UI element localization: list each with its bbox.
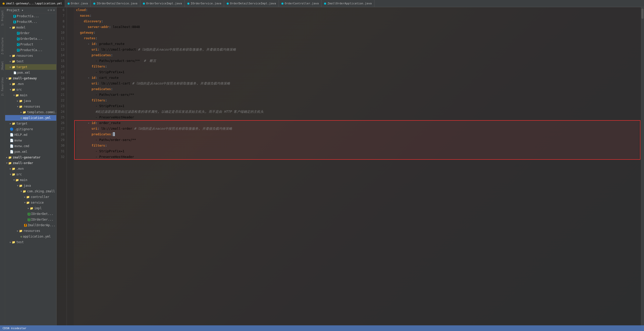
settings-icon[interactable]: ⚙ xyxy=(53,8,55,12)
arrow-icon: ▼ xyxy=(13,94,15,97)
sidebar-item-zmall-gateway[interactable]: ▼ 📁 zmall-gateway xyxy=(5,75,56,81)
code-line-32: - PreserveHostHeader xyxy=(76,154,639,160)
sidebar-item-comzking[interactable]: ▼ 📁 com.zking.zmall xyxy=(5,188,56,194)
main-layout: 1: Project Z-Structure JRebel 2: Favorit… xyxy=(0,7,644,325)
status-bar: CDSN ©codestar xyxy=(0,325,644,331)
sidebar-item-test2[interactable]: ▶ 📁 test xyxy=(5,239,56,245)
code-line-28: predicates:| xyxy=(76,131,639,137)
sidebar-item-productca1[interactable]: C ProductCa... xyxy=(5,13,56,19)
sidebar: Project ▾ ⊙ ≡ ⚙ C ProductCa... C Product… xyxy=(5,7,57,325)
tab-dot-yml xyxy=(3,3,5,5)
folder-icon: 📁 xyxy=(12,167,15,171)
sidebar-item-product[interactable]: C Product xyxy=(5,42,56,47)
tab-label-yml: zmall-gateway\...\application.yml xyxy=(6,2,62,5)
class-icon: C xyxy=(13,15,16,18)
sidebar-item-test1[interactable]: ▶ 📁 test xyxy=(5,59,56,64)
class-icon: C xyxy=(17,49,20,52)
tab-iorderservice[interactable]: IOrderService.java xyxy=(185,0,224,7)
sidebar-item-resources1[interactable]: ▶ 📁 resources xyxy=(5,53,56,59)
sidebar-item-resources2[interactable]: ▼ 📁 resources xyxy=(5,104,56,109)
tab-orderserviceimpl[interactable]: OrderServiceImpl.java xyxy=(140,0,185,7)
folder-icon: 📁 xyxy=(23,111,26,114)
interface-icon: I xyxy=(28,213,30,215)
sidebar-item-target2[interactable]: ▶ 📁 target xyxy=(5,121,56,126)
sidebar-item-gitignore[interactable]: 🔵 .gitignore xyxy=(5,126,56,132)
tab-yml[interactable]: zmall-gateway\...\application.yml xyxy=(0,0,65,7)
sidebar-item-main[interactable]: ▼ 📁 main xyxy=(5,92,56,98)
sidebar-item-zmallorderapp[interactable]: Z ZmallOrderAp... xyxy=(5,222,56,228)
status-text: CDSN ©codestar xyxy=(3,327,26,330)
folder-icon: 📁 xyxy=(26,195,30,199)
sidebar-item-src2[interactable]: ▼ 📁 src xyxy=(5,172,56,177)
favorites-icon[interactable]: 2: Favorites xyxy=(1,77,4,96)
editor-area: 6789101112131415161718192021222324252627… xyxy=(57,7,644,325)
sync-icon[interactable]: ⊙ xyxy=(48,8,49,12)
structure-icon[interactable]: Z-Structure xyxy=(1,37,4,54)
sidebar-item-main2[interactable]: ▼ 📁 main xyxy=(5,177,56,183)
jrebel-icon[interactable]: JRebel xyxy=(1,61,4,70)
code-line-22: filters: xyxy=(76,98,639,103)
tab-label-order: Order.java xyxy=(71,2,88,5)
sidebar-item-zmall-order[interactable]: ▼ 📁 zmall-order xyxy=(5,160,56,166)
folder-icon: 📁 xyxy=(26,201,30,204)
arrow-icon: ▶ xyxy=(17,230,18,232)
sidebar-item-model[interactable]: ▶ 📁 model xyxy=(5,25,56,30)
sidebar-item-application-yml[interactable]: ⚙ application.yml xyxy=(5,115,56,121)
folder-icon: 📁 xyxy=(12,54,15,58)
sidebar-item-helpmd[interactable]: 📄 HELP.md xyxy=(5,132,56,138)
folder-icon: 📁 xyxy=(12,60,15,63)
sidebar-item-impl[interactable]: ▶ 📁 impl xyxy=(5,205,56,211)
tab-order[interactable]: Order.java xyxy=(65,0,91,7)
code-line-16: filters: xyxy=(76,64,639,69)
arrow-icon: ▼ xyxy=(17,184,18,187)
tab-orderdetailserviceimpl[interactable]: OrderDetailServiceImpl.java xyxy=(224,0,279,7)
sidebar-item-templates[interactable]: ▶ 📁 templates.commi... xyxy=(5,109,56,115)
arrow-icon: ▶ xyxy=(24,196,25,198)
file-icon: 📄 xyxy=(10,133,14,137)
sidebar-item-target1[interactable]: ▶ 📁 target xyxy=(5,64,56,70)
tab-iorderdetail[interactable]: IOrderDetailService.java xyxy=(91,0,140,7)
folder-icon: 📁 xyxy=(12,122,15,125)
code-editor[interactable]: cloud: nacos: discovery: server-addr: lo… xyxy=(74,7,641,325)
sidebar-item-pom2[interactable]: 📄 pom.xml xyxy=(5,149,56,155)
sidebar-item-src[interactable]: ▼ 📁 src xyxy=(5,87,56,92)
project-icon[interactable]: 1: Project xyxy=(1,10,4,26)
collapse-icon[interactable]: ≡ xyxy=(50,8,52,12)
code-line-13: uri: lb://zmall-product # lb指的是从nacos中按照… xyxy=(76,47,639,52)
sidebar-item-java2[interactable]: ▼ 📁 java xyxy=(5,183,56,188)
arrow-icon: ▼ xyxy=(21,190,22,193)
sidebar-item-iorderdet[interactable]: I IOrderDet... xyxy=(5,211,56,217)
arrow-icon: ▶ xyxy=(10,54,11,57)
arrow-icon: ▼ xyxy=(13,179,15,181)
sidebar-item-orderdetail[interactable]: C OrderDeta... xyxy=(5,36,56,42)
sidebar-item-resources3[interactable]: ▶ 📁 resources xyxy=(5,228,56,234)
sidebar-item-mvnw[interactable]: 📄 mvnw xyxy=(5,138,56,143)
sidebar-item-zmall-generator[interactable]: ▶ 📁 zmall-generator xyxy=(5,155,56,160)
sidebar-item-mvnwcmd[interactable]: 📄 mvnw.cmd xyxy=(5,143,56,149)
folder-icon: 📁 xyxy=(12,65,15,69)
file-icon: 📄 xyxy=(10,150,14,154)
arrow-icon: ▼ xyxy=(6,162,7,164)
arrow-icon: ▼ xyxy=(24,201,25,204)
sidebar-item-controller[interactable]: ▶ 📁 controller xyxy=(5,194,56,200)
tab-ordercontroller[interactable]: OrderController.java xyxy=(279,0,321,7)
sidebar-item-mvn2[interactable]: ▶ 📁 .mvn xyxy=(5,166,56,172)
arrow-icon: ▶ xyxy=(10,26,11,29)
interface-icon: I xyxy=(28,218,30,221)
sidebar-item-java[interactable]: ▶ 📁 java xyxy=(5,98,56,104)
sidebar-item-order-class[interactable]: C Order xyxy=(5,30,56,36)
folder-icon: 📁 xyxy=(12,88,15,91)
tab-zmallorderapp[interactable]: ZmallOrderApplication.java xyxy=(321,0,374,7)
code-line-21: - Path=/cart-serv/** xyxy=(76,92,639,98)
sidebar-item-service[interactable]: ▼ 📁 service xyxy=(5,200,56,205)
tab-dot-zmallorderapp xyxy=(324,3,326,5)
sidebar-item-pom1[interactable]: 📄 pom.xml xyxy=(5,70,56,75)
class-icon: C xyxy=(17,32,20,35)
sidebar-item-mvn[interactable]: ▶ 📁 .mvn xyxy=(5,81,56,87)
code-line-11: routes: xyxy=(76,35,639,41)
sidebar-item-productm[interactable]: C ProductM... xyxy=(5,19,56,25)
project-header: Project ▾ ⊙ ≡ ⚙ xyxy=(5,7,56,13)
sidebar-item-productca2[interactable]: C ProductCa... xyxy=(5,47,56,53)
sidebar-item-application-yml2[interactable]: ⚙ application.yml xyxy=(5,234,56,239)
sidebar-item-iorderser[interactable]: I IOrderSer... xyxy=(5,217,56,222)
